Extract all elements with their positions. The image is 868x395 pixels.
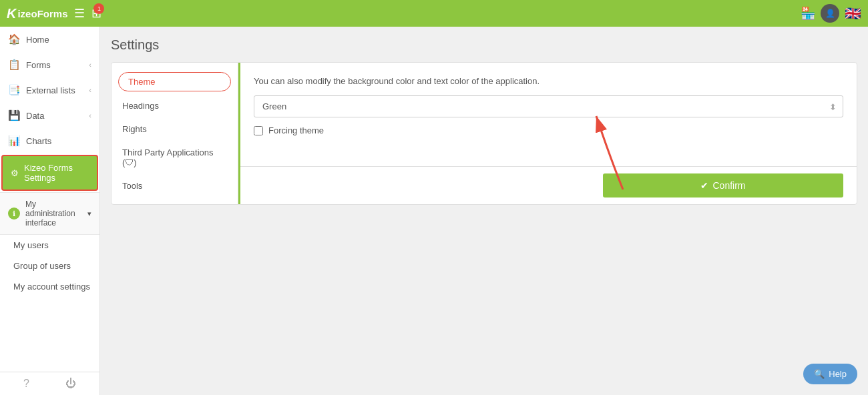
help-search-icon: 🔍 — [814, 369, 825, 379]
admin-expand-icon: ▾ — [87, 210, 91, 218]
group-of-users-label: Group of users — [13, 261, 71, 271]
main-layout: 🏠 Home 📋 Forms ‹ 📑 External lists ‹ 💾 Da… — [0, 27, 868, 395]
apps-icon-wrapper[interactable]: ⊞ 1 — [91, 6, 101, 21]
sidebar: 🏠 Home 📋 Forms ‹ 📑 External lists ‹ 💾 Da… — [0, 27, 100, 395]
home-icon: 🏠 — [8, 33, 21, 45]
confirm-check-icon: ✔ — [700, 180, 708, 191]
notification-badge: 1 — [93, 3, 104, 14]
theme-select-wrapper: Green Blue Red Purple ⬍ — [254, 95, 843, 117]
avatar[interactable]: 👤 — [821, 4, 839, 23]
settings-nav-theme-label: Theme — [128, 77, 155, 87]
sidebar-sub-item-account-settings[interactable]: My account settings — [0, 276, 99, 297]
sidebar-item-kizeo-settings[interactable]: ⚙ Kizeo Forms Settings — [1, 155, 98, 191]
charts-icon: 📊 — [8, 135, 21, 147]
logo-rest-text: izeoForms — [17, 8, 67, 19]
page-title: Settings — [111, 37, 857, 53]
data-arrow-icon: ‹ — [89, 111, 91, 119]
external-lists-arrow-icon: ‹ — [89, 86, 91, 94]
sidebar-data-label: Data — [26, 111, 44, 121]
sidebar-item-charts[interactable]: 📊 Charts — [0, 128, 99, 153]
language-flag[interactable]: 🇬🇧 — [845, 5, 861, 21]
settings-content: You can also modify the background color… — [240, 63, 857, 166]
my-users-label: My users — [13, 240, 49, 250]
sidebar-charts-label: Charts — [26, 136, 51, 146]
sidebar-item-forms[interactable]: 📋 Forms ‹ — [0, 52, 99, 77]
external-lists-icon: 📑 — [8, 84, 21, 96]
kizeo-settings-label: Kizeo Forms Settings — [24, 163, 89, 183]
account-settings-label: My account settings — [13, 282, 90, 292]
settings-nav-tools[interactable]: Tools — [112, 174, 238, 198]
sidebar-sub-item-group-of-users[interactable]: Group of users — [0, 256, 99, 276]
sidebar-sub-item-my-users[interactable]: My users — [0, 235, 99, 256]
settings-nav-headings[interactable]: Headings — [112, 94, 238, 117]
forcing-theme-checkbox[interactable] — [254, 126, 263, 135]
confirm-row: ✔ Confirm — [240, 166, 857, 204]
kizeo-logo[interactable]: K izeoForms — [7, 6, 67, 21]
navbar: K izeoForms ☰ ⊞ 1 🏪 👤 🇬🇧 — [0, 0, 868, 27]
settings-nav-theme[interactable]: Theme — [118, 72, 231, 91]
admin-section-label: My administration interface — [25, 200, 82, 228]
help-circle-icon[interactable]: ? — [23, 378, 29, 390]
settings-nav-headings-label: Headings — [122, 101, 159, 111]
settings-nav-third-party-label: Third Party Applications (🛡) — [122, 147, 214, 167]
admin-info-icon: ℹ — [8, 208, 20, 220]
kizeo-settings-icon: ⚙ — [11, 168, 19, 178]
settings-nav-third-party[interactable]: Third Party Applications (🛡) — [112, 141, 238, 174]
settings-nav-tools-label: Tools — [122, 181, 142, 191]
settings-nav-rights-label: Rights — [122, 124, 147, 134]
forms-icon: 📋 — [8, 59, 21, 71]
navbar-right: 🏪 👤 🇬🇧 — [801, 4, 861, 23]
sidebar-item-home[interactable]: 🏠 Home — [0, 27, 99, 52]
theme-select[interactable]: Green Blue Red Purple — [254, 95, 843, 117]
help-button-label: Help — [829, 369, 847, 379]
navbar-left: K izeoForms ☰ ⊞ 1 — [7, 6, 101, 21]
store-icon[interactable]: 🏪 — [801, 6, 815, 21]
power-icon[interactable]: ⏻ — [65, 378, 76, 390]
sidebar-bottom: ? ⏻ — [0, 372, 99, 395]
settings-nav: Theme Headings Rights Third Party Applic… — [112, 63, 238, 204]
settings-nav-rights[interactable]: Rights — [112, 117, 238, 141]
sidebar-home-label: Home — [26, 35, 49, 45]
data-icon: 💾 — [8, 109, 21, 121]
sidebar-item-external-lists[interactable]: 📑 External lists ‹ — [0, 77, 99, 103]
sidebar-external-lists-label: External lists — [26, 85, 75, 95]
settings-card: Theme Headings Rights Third Party Applic… — [111, 62, 857, 205]
sidebar-item-data[interactable]: 💾 Data ‹ — [0, 103, 99, 128]
settings-description: You can also modify the background color… — [254, 76, 843, 86]
confirm-button[interactable]: ✔ Confirm — [603, 173, 843, 198]
sidebar-forms-label: Forms — [26, 60, 51, 70]
settings-panel-wrapper: You can also modify the background color… — [240, 63, 857, 204]
admin-section-header[interactable]: ℹ My administration interface ▾ — [0, 192, 99, 235]
forms-arrow-icon: ‹ — [89, 61, 91, 69]
content-area: Settings Theme Headings Rights Third Par… — [100, 27, 868, 395]
forcing-theme-row: Forcing theme — [254, 125, 843, 135]
confirm-button-label: Confirm — [712, 180, 745, 191]
hamburger-icon[interactable]: ☰ — [74, 6, 85, 21]
forcing-theme-label: Forcing theme — [268, 125, 324, 135]
logo-k-text: K — [7, 6, 16, 21]
help-button[interactable]: 🔍 Help — [803, 364, 857, 384]
